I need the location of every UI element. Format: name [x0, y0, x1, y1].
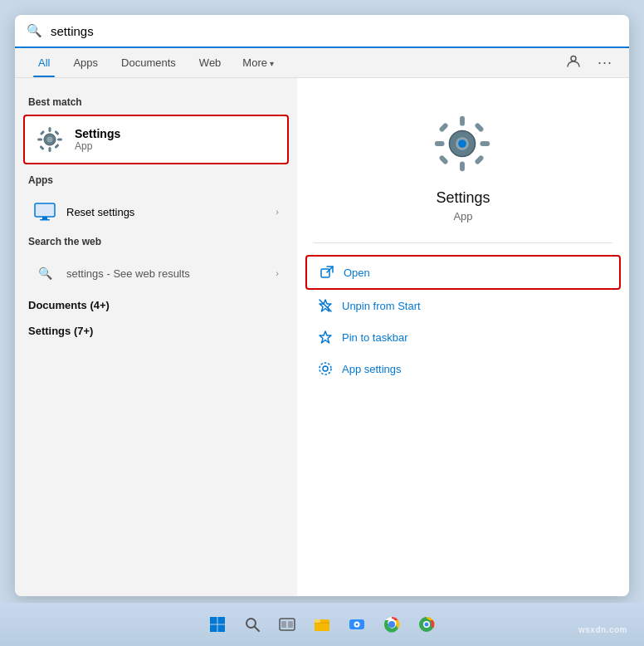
chevron-down-icon [270, 56, 274, 69]
monitor-reset-icon [33, 200, 56, 223]
video-icon [348, 615, 366, 634]
search-web-label: Search the web [15, 231, 297, 254]
tab-web[interactable]: Web [188, 48, 233, 77]
taskbar-search-icon [244, 616, 261, 633]
svg-rect-8 [54, 144, 59, 149]
app-preview-type: App [453, 210, 472, 223]
pin-taskbar-icon [317, 329, 334, 345]
svg-rect-32 [218, 625, 226, 633]
search-icon: 🔍 [27, 23, 42, 38]
ellipsis-icon: ··· [598, 54, 612, 71]
svg-rect-37 [288, 621, 293, 628]
tab-all[interactable]: All [27, 48, 61, 77]
svg-rect-36 [281, 621, 286, 628]
pin-taskbar-action[interactable]: Pin to taskbar [305, 321, 621, 353]
svg-rect-39 [315, 622, 329, 631]
taskbar: wsxdn.com [0, 603, 644, 646]
svg-rect-24 [474, 122, 484, 132]
taskbar-search-button[interactable] [237, 609, 268, 640]
start-button[interactable] [202, 609, 233, 640]
app-preview-name: Settings [436, 189, 490, 207]
more-options-button[interactable]: ··· [593, 49, 617, 76]
windows-icon [209, 616, 226, 633]
svg-rect-9 [39, 145, 44, 150]
svg-rect-3 [49, 127, 51, 132]
open-action[interactable]: Open [305, 255, 621, 290]
pin-taskbar-label: Pin to taskbar [342, 331, 408, 344]
svg-point-16 [458, 139, 466, 148]
open-icon [319, 264, 335, 281]
svg-rect-19 [435, 141, 445, 146]
video-app-button[interactable] [341, 609, 373, 640]
tabs-left: All Apps Documents Web More [27, 48, 284, 77]
app-settings-icon [317, 360, 334, 377]
watermark: wsxdn.com [578, 625, 627, 634]
reset-settings-item[interactable]: Reset settings › [20, 193, 292, 231]
action-list: Open Unpin from Start [297, 255, 629, 384]
taskview-button[interactable] [271, 609, 303, 640]
svg-rect-11 [35, 203, 55, 217]
svg-point-28 [320, 363, 331, 374]
svg-rect-10 [54, 130, 59, 135]
search-bar: 🔍 [15, 15, 629, 48]
open-label: Open [344, 267, 370, 279]
app-settings-action[interactable]: App settings [305, 353, 621, 384]
svg-point-27 [323, 366, 328, 371]
svg-rect-4 [49, 147, 51, 152]
tabs-right: ··· [561, 49, 617, 77]
chrome-ext-button[interactable] [411, 609, 442, 640]
unpin-icon [317, 297, 334, 314]
svg-point-0 [571, 56, 576, 61]
svg-rect-6 [57, 139, 62, 141]
left-panel: Best match [15, 78, 297, 596]
search-web-text: settings - See web results [66, 267, 266, 280]
tab-documents[interactable]: Documents [110, 48, 188, 77]
documents-section-link[interactable]: Documents (4+) [15, 292, 297, 318]
search-web-item[interactable]: 🔍 settings - See web results › [20, 254, 292, 292]
chrome-button[interactable] [376, 609, 407, 640]
svg-rect-23 [438, 154, 448, 164]
chrome-ext-icon [417, 615, 436, 634]
taskbar-icons [202, 609, 442, 640]
chat-icon-button[interactable] [561, 49, 586, 77]
svg-point-43 [356, 624, 359, 626]
search-web-icon: 🔍 [33, 262, 56, 285]
svg-rect-31 [210, 625, 217, 633]
svg-line-34 [255, 627, 259, 631]
best-match-type: App [75, 140, 120, 152]
right-panel: Settings App Open [297, 78, 629, 596]
person-icon [566, 54, 581, 69]
svg-rect-7 [40, 130, 45, 135]
app-settings-label: App settings [342, 363, 402, 375]
app-preview-icon [430, 111, 496, 178]
tab-more[interactable]: More [232, 48, 284, 77]
svg-rect-20 [480, 141, 490, 146]
settings-app-icon [35, 125, 65, 154]
tabs-bar: All Apps Documents Web More [15, 48, 629, 78]
content-area: Best match [15, 78, 629, 596]
svg-rect-30 [218, 617, 226, 624]
best-match-text: Settings App [75, 127, 120, 152]
svg-rect-18 [460, 161, 465, 171]
search-input[interactable] [51, 24, 617, 38]
best-match-label: Best match [15, 91, 297, 115]
svg-rect-22 [474, 154, 484, 164]
settings-section-link[interactable]: Settings (7+) [15, 318, 297, 344]
search-window: 🔍 All Apps Documents Web More [15, 15, 629, 596]
tab-apps[interactable]: Apps [61, 48, 110, 77]
svg-rect-12 [42, 217, 47, 219]
file-explorer-icon [313, 615, 331, 634]
unpin-start-action[interactable]: Unpin from Start [305, 290, 621, 321]
svg-rect-29 [210, 617, 217, 624]
svg-rect-21 [438, 122, 448, 132]
best-match-item[interactable]: Settings App [23, 115, 289, 164]
taskview-icon [279, 616, 295, 633]
svg-point-2 [47, 137, 53, 143]
chrome-icon [383, 615, 401, 634]
file-explorer-button[interactable] [306, 609, 338, 640]
unpin-start-label: Unpin from Start [342, 300, 421, 312]
svg-point-46 [389, 622, 394, 627]
svg-point-49 [425, 623, 429, 627]
svg-rect-5 [37, 139, 42, 141]
reset-settings-label: Reset settings [66, 206, 266, 218]
